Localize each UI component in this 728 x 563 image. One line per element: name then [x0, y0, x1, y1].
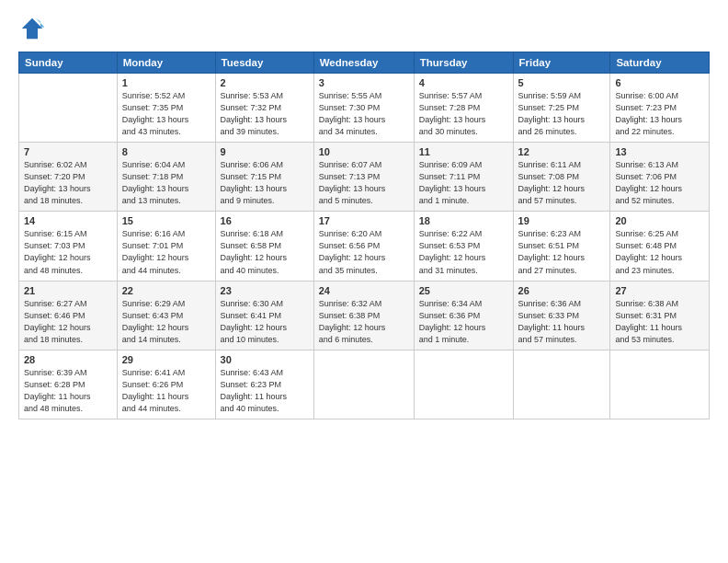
day-info: Sunrise: 6:43 AMSunset: 6:23 PMDaylight:… — [221, 367, 309, 415]
day-info: Sunrise: 5:52 AMSunset: 7:35 PMDaylight:… — [122, 90, 210, 138]
calendar-week-3: 14Sunrise: 6:15 AMSunset: 7:03 PMDayligh… — [19, 212, 710, 281]
page: SundayMondayTuesdayWednesdayThursdayFrid… — [0, 0, 728, 563]
calendar-cell: 24Sunrise: 6:32 AMSunset: 6:38 PMDayligh… — [313, 281, 414, 350]
calendar-cell: 15Sunrise: 6:16 AMSunset: 7:01 PMDayligh… — [117, 212, 215, 281]
calendar-week-1: 1Sunrise: 5:52 AMSunset: 7:35 PMDaylight… — [19, 74, 710, 143]
weekday-header-row: SundayMondayTuesdayWednesdayThursdayFrid… — [19, 52, 710, 74]
day-number: 25 — [419, 285, 508, 296]
calendar-cell: 10Sunrise: 6:07 AMSunset: 7:13 PMDayligh… — [313, 143, 414, 212]
day-info: Sunrise: 6:15 AMSunset: 7:03 PMDaylight:… — [24, 228, 112, 276]
day-number: 1 — [122, 77, 210, 88]
day-info: Sunrise: 5:55 AMSunset: 7:30 PMDaylight:… — [319, 90, 409, 138]
day-number: 12 — [518, 146, 606, 157]
day-info: Sunrise: 6:32 AMSunset: 6:38 PMDaylight:… — [319, 298, 409, 346]
day-number: 23 — [221, 285, 309, 296]
weekday-header-monday: Monday — [117, 52, 215, 74]
calendar-cell: 13Sunrise: 6:13 AMSunset: 7:06 PMDayligh… — [610, 143, 710, 212]
calendar-cell: 23Sunrise: 6:30 AMSunset: 6:41 PMDayligh… — [215, 281, 313, 350]
day-info: Sunrise: 6:23 AMSunset: 6:51 PMDaylight:… — [518, 228, 606, 276]
calendar-cell: 9Sunrise: 6:06 AMSunset: 7:15 PMDaylight… — [215, 143, 313, 212]
weekday-header-friday: Friday — [513, 52, 610, 74]
calendar-cell — [610, 350, 710, 419]
logo — [18, 15, 50, 42]
day-number: 16 — [221, 215, 309, 226]
calendar-cell — [313, 350, 414, 419]
calendar-cell: 12Sunrise: 6:11 AMSunset: 7:08 PMDayligh… — [513, 143, 610, 212]
day-number: 8 — [122, 146, 210, 157]
calendar-cell: 4Sunrise: 5:57 AMSunset: 7:28 PMDaylight… — [414, 74, 513, 143]
day-number: 17 — [319, 215, 409, 226]
calendar-cell: 7Sunrise: 6:02 AMSunset: 7:20 PMDaylight… — [19, 143, 118, 212]
calendar-cell: 30Sunrise: 6:43 AMSunset: 6:23 PMDayligh… — [215, 350, 313, 419]
calendar-cell: 22Sunrise: 6:29 AMSunset: 6:43 PMDayligh… — [117, 281, 215, 350]
day-info: Sunrise: 6:11 AMSunset: 7:08 PMDaylight:… — [518, 159, 606, 207]
calendar-cell: 27Sunrise: 6:38 AMSunset: 6:31 PMDayligh… — [610, 281, 710, 350]
day-info: Sunrise: 6:41 AMSunset: 6:26 PMDaylight:… — [122, 367, 210, 415]
day-info: Sunrise: 6:06 AMSunset: 7:15 PMDaylight:… — [221, 159, 309, 207]
day-info: Sunrise: 5:59 AMSunset: 7:25 PMDaylight:… — [518, 90, 606, 138]
weekday-header-tuesday: Tuesday — [215, 52, 313, 74]
weekday-header-thursday: Thursday — [414, 52, 513, 74]
day-number: 7 — [24, 146, 112, 157]
day-info: Sunrise: 6:16 AMSunset: 7:01 PMDaylight:… — [122, 228, 210, 276]
day-info: Sunrise: 6:34 AMSunset: 6:36 PMDaylight:… — [419, 298, 508, 346]
logo-icon — [18, 15, 46, 42]
day-info: Sunrise: 6:04 AMSunset: 7:18 PMDaylight:… — [122, 159, 210, 207]
calendar-cell: 18Sunrise: 6:22 AMSunset: 6:53 PMDayligh… — [414, 212, 513, 281]
day-info: Sunrise: 6:20 AMSunset: 6:56 PMDaylight:… — [319, 228, 409, 276]
day-number: 18 — [419, 215, 508, 226]
day-number: 10 — [319, 146, 409, 157]
calendar-cell — [19, 74, 118, 143]
day-number: 3 — [319, 77, 409, 88]
day-number: 5 — [518, 77, 606, 88]
calendar-cell: 26Sunrise: 6:36 AMSunset: 6:33 PMDayligh… — [513, 281, 610, 350]
calendar-cell — [414, 350, 513, 419]
calendar-table: SundayMondayTuesdayWednesdayThursdayFrid… — [18, 52, 710, 419]
day-info: Sunrise: 6:18 AMSunset: 6:58 PMDaylight:… — [221, 228, 309, 276]
calendar-week-5: 28Sunrise: 6:39 AMSunset: 6:28 PMDayligh… — [19, 350, 710, 419]
calendar-cell: 3Sunrise: 5:55 AMSunset: 7:30 PMDaylight… — [313, 74, 414, 143]
day-number: 13 — [615, 146, 704, 157]
calendar-cell: 21Sunrise: 6:27 AMSunset: 6:46 PMDayligh… — [19, 281, 118, 350]
calendar-cell: 1Sunrise: 5:52 AMSunset: 7:35 PMDaylight… — [117, 74, 215, 143]
calendar-cell: 6Sunrise: 6:00 AMSunset: 7:23 PMDaylight… — [610, 74, 710, 143]
day-number: 27 — [615, 285, 704, 296]
calendar-cell: 2Sunrise: 5:53 AMSunset: 7:32 PMDaylight… — [215, 74, 313, 143]
calendar-cell: 8Sunrise: 6:04 AMSunset: 7:18 PMDaylight… — [117, 143, 215, 212]
calendar-cell: 16Sunrise: 6:18 AMSunset: 6:58 PMDayligh… — [215, 212, 313, 281]
day-info: Sunrise: 6:22 AMSunset: 6:53 PMDaylight:… — [419, 228, 508, 276]
day-number: 21 — [24, 285, 112, 296]
day-number: 28 — [24, 354, 112, 365]
calendar-cell: 5Sunrise: 5:59 AMSunset: 7:25 PMDaylight… — [513, 74, 610, 143]
day-info: Sunrise: 6:39 AMSunset: 6:28 PMDaylight:… — [24, 367, 112, 415]
day-number: 14 — [24, 215, 112, 226]
calendar-cell: 25Sunrise: 6:34 AMSunset: 6:36 PMDayligh… — [414, 281, 513, 350]
day-info: Sunrise: 6:38 AMSunset: 6:31 PMDaylight:… — [615, 298, 704, 346]
day-number: 19 — [518, 215, 606, 226]
header — [18, 15, 710, 42]
day-number: 6 — [615, 77, 704, 88]
calendar-cell: 28Sunrise: 6:39 AMSunset: 6:28 PMDayligh… — [19, 350, 118, 419]
day-number: 20 — [615, 215, 704, 226]
day-number: 4 — [419, 77, 508, 88]
weekday-header-wednesday: Wednesday — [313, 52, 414, 74]
day-info: Sunrise: 5:57 AMSunset: 7:28 PMDaylight:… — [419, 90, 508, 138]
weekday-header-saturday: Saturday — [610, 52, 710, 74]
calendar-cell: 19Sunrise: 6:23 AMSunset: 6:51 PMDayligh… — [513, 212, 610, 281]
calendar-week-2: 7Sunrise: 6:02 AMSunset: 7:20 PMDaylight… — [19, 143, 710, 212]
calendar-week-4: 21Sunrise: 6:27 AMSunset: 6:46 PMDayligh… — [19, 281, 710, 350]
day-number: 24 — [319, 285, 409, 296]
calendar-cell: 14Sunrise: 6:15 AMSunset: 7:03 PMDayligh… — [19, 212, 118, 281]
day-number: 9 — [221, 146, 309, 157]
day-info: Sunrise: 6:29 AMSunset: 6:43 PMDaylight:… — [122, 298, 210, 346]
day-info: Sunrise: 6:07 AMSunset: 7:13 PMDaylight:… — [319, 159, 409, 207]
day-number: 22 — [122, 285, 210, 296]
day-info: Sunrise: 6:27 AMSunset: 6:46 PMDaylight:… — [24, 298, 112, 346]
calendar-cell: 29Sunrise: 6:41 AMSunset: 6:26 PMDayligh… — [117, 350, 215, 419]
day-info: Sunrise: 6:13 AMSunset: 7:06 PMDaylight:… — [615, 159, 704, 207]
day-info: Sunrise: 6:00 AMSunset: 7:23 PMDaylight:… — [615, 90, 704, 138]
day-number: 30 — [221, 354, 309, 365]
day-info: Sunrise: 5:53 AMSunset: 7:32 PMDaylight:… — [221, 90, 309, 138]
day-number: 2 — [221, 77, 309, 88]
calendar-cell: 17Sunrise: 6:20 AMSunset: 6:56 PMDayligh… — [313, 212, 414, 281]
